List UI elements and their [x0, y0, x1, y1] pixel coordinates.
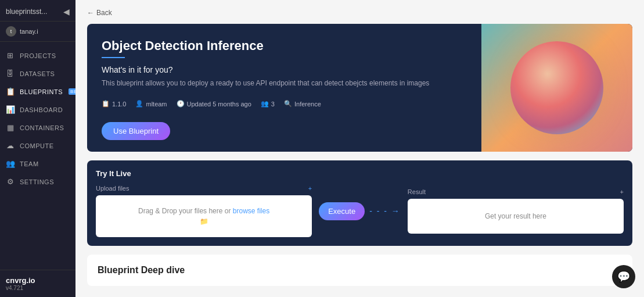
blueprint-meta-item: 👥3: [261, 100, 275, 108]
sidebar-item-label: CONTAINERS: [20, 124, 64, 131]
team-icon: 👥: [6, 159, 15, 168]
sidebar-user: t tanay.i: [0, 22, 75, 42]
blueprint-hero-card: Object Detection Inference What's in it …: [87, 24, 632, 152]
blueprint-title: Object Detection Inference: [102, 38, 467, 53]
upload-plus-icon[interactable]: +: [308, 185, 312, 192]
browse-files-link[interactable]: browse files: [233, 207, 269, 215]
execute-arrow-icon: - - - →: [369, 206, 401, 216]
result-placeholder: Get your result here: [485, 212, 546, 220]
sidebar-item-label: COMPUTE: [20, 142, 54, 149]
deep-dive-title: Blueprint Deep dive: [98, 265, 622, 275]
folder-icon: 📁: [200, 217, 208, 226]
sidebar-item-projects[interactable]: ⊞ PROJECTS: [0, 46, 75, 65]
blueprint-description: This blueprint allows you to deploy a re…: [102, 78, 467, 88]
dropzone-text: Drag & Drop your files here or browse fi…: [138, 207, 269, 215]
result-label: Result +: [408, 188, 624, 195]
sidebar-item-label: BLUEPRINTS: [20, 88, 63, 95]
result-section: Result + Get your result here: [408, 188, 624, 234]
footer-version: v4.721: [6, 285, 70, 291]
dashboard-icon: 📊: [6, 105, 15, 114]
sidebar-item-label: TEAM: [20, 160, 39, 167]
sidebar: blueprintsst... ◀ t tanay.i ⊞ PROJECTS 🗄…: [0, 0, 75, 297]
chat-icon: 💬: [617, 270, 630, 283]
back-label: Back: [96, 9, 112, 17]
deep-dive-section: Blueprint Deep dive: [87, 255, 632, 286]
sidebar-item-containers[interactable]: ▦ CONTAINERS: [0, 119, 75, 137]
sidebar-item-dashboard[interactable]: 📊 DASHBOARD: [0, 101, 75, 119]
blueprint-meta: 📋1.1.0👤mlteam🕐Updated 5 months ago👥3🔍Inf…: [102, 100, 467, 108]
blueprints-icon: 📋: [6, 87, 15, 96]
sidebar-brand: blueprintsst...: [6, 8, 47, 16]
sidebar-item-team[interactable]: 👥 TEAM: [0, 155, 75, 173]
back-arrow-icon: ←: [87, 9, 94, 17]
sidebar-item-label: DATASETS: [20, 70, 55, 77]
sidebar-header: blueprintsst... ◀: [0, 0, 75, 22]
upload-section: Upload files + Drag & Drop your files he…: [96, 185, 312, 237]
sidebar-item-compute[interactable]: ☁ COMPUTE: [0, 137, 75, 155]
settings-icon: ⚙: [6, 177, 15, 186]
blueprint-meta-item: 📋1.1.0: [102, 100, 126, 108]
sidebar-footer: cnvrg.io v4.721: [0, 270, 75, 297]
sidebar-username: tanay.i: [20, 28, 38, 35]
sidebar-item-datasets[interactable]: 🗄 DATASETS: [0, 65, 75, 83]
sidebar-nav: ⊞ PROJECTS 🗄 DATASETS 📋 BLUEPRINTS BETA …: [0, 42, 75, 270]
blueprint-sphere-graphic: [510, 41, 603, 134]
chat-bubble-button[interactable]: 💬: [612, 265, 635, 288]
sidebar-item-label: DASHBOARD: [20, 106, 63, 113]
upload-label: Upload files +: [96, 185, 312, 192]
result-plus-icon[interactable]: +: [620, 188, 624, 195]
blueprint-meta-item: 🔍Inference: [284, 100, 321, 108]
blueprint-hero-image: [481, 24, 632, 152]
avatar: t: [6, 26, 16, 37]
sidebar-item-label: PROJECTS: [20, 52, 56, 59]
execute-button[interactable]: Execute: [319, 202, 365, 220]
beta-badge: BETA: [69, 88, 75, 95]
sidebar-item-settings[interactable]: ⚙ SETTINGS: [0, 173, 75, 191]
sidebar-item-blueprints[interactable]: 📋 BLUEPRINTS BETA: [0, 83, 75, 101]
datasets-icon: 🗄: [6, 69, 15, 78]
compute-icon: ☁: [6, 141, 15, 150]
projects-icon: ⊞: [6, 51, 15, 60]
blueprint-meta-item: 🕐Updated 5 months ago: [177, 100, 251, 108]
blueprint-meta-item: 👤mlteam: [135, 100, 167, 108]
try-live-title: Try It Live: [96, 169, 624, 178]
execute-section: Execute - - - →: [319, 202, 401, 220]
use-blueprint-button[interactable]: Use Blueprint: [102, 122, 170, 140]
upload-dropzone[interactable]: Drag & Drop your files here or browse fi…: [96, 195, 312, 237]
containers-icon: ▦: [6, 123, 15, 132]
sidebar-collapse-icon[interactable]: ◀: [63, 7, 70, 16]
back-link[interactable]: ← Back: [87, 9, 632, 17]
footer-brand: cnvrg.io: [6, 276, 70, 285]
try-live-card: Try It Live Upload files + Drag & Drop y…: [87, 160, 632, 246]
try-live-body: Upload files + Drag & Drop your files he…: [96, 185, 624, 237]
blueprint-subtitle: What's in it for you?: [102, 65, 467, 74]
blueprint-hero-content: Object Detection Inference What's in it …: [87, 24, 481, 152]
title-divider: [102, 57, 125, 58]
main-content: ← Back Object Detection Inference What's…: [75, 0, 644, 297]
result-box: Get your result here: [408, 199, 624, 234]
sidebar-item-label: SETTINGS: [20, 178, 54, 185]
